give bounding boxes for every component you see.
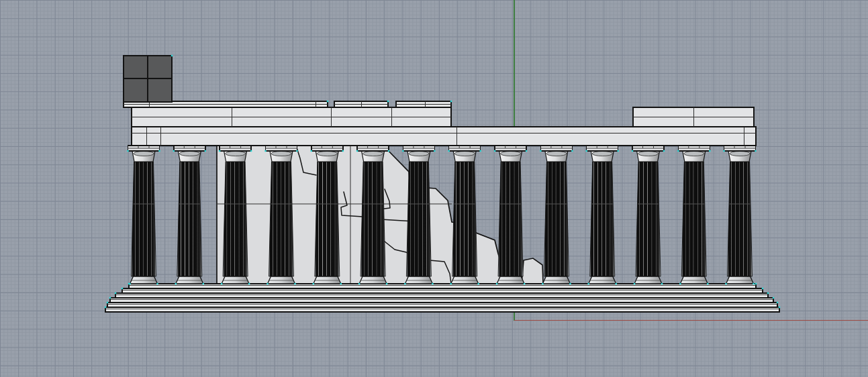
column-shaft[interactable] (132, 162, 156, 276)
grip-point (311, 150, 312, 152)
step[interactable] (115, 293, 768, 298)
doric-column[interactable] (632, 146, 665, 284)
column-base (268, 276, 295, 284)
grip-point (122, 288, 123, 289)
grip-point (127, 150, 128, 152)
grip-point (267, 283, 268, 284)
grip-point (296, 150, 297, 152)
grip-point (342, 150, 344, 152)
grip-point (773, 297, 774, 299)
grip-point (432, 283, 433, 284)
grip-point (588, 283, 589, 284)
doric-column[interactable] (173, 146, 206, 284)
grip-point (571, 150, 573, 152)
grip-point (402, 150, 403, 152)
temple-elevation-model[interactable] (0, 0, 868, 377)
echinus-annulet (638, 152, 659, 156)
column-shaft[interactable] (636, 162, 661, 276)
grip-point (434, 150, 435, 152)
grip-point (250, 150, 252, 152)
column-shaft[interactable] (406, 162, 431, 276)
column-base (680, 276, 708, 284)
echinus-annulet (730, 152, 750, 156)
wall-fragment[interactable] (522, 258, 543, 284)
grip-point (450, 283, 452, 284)
grip-point (173, 150, 175, 152)
column-base (634, 276, 662, 284)
grip-point (205, 150, 206, 152)
echinus-annulet (179, 152, 199, 156)
grip-point (723, 150, 724, 152)
entablature[interactable] (124, 101, 756, 146)
grip-point (616, 283, 617, 284)
column-shaft[interactable] (452, 162, 477, 276)
grip-point (248, 283, 250, 284)
grip-point (767, 292, 769, 294)
echinus-annulet (271, 152, 291, 156)
doric-column[interactable] (677, 146, 710, 284)
grip-point (171, 55, 173, 56)
echinus-annulet (684, 152, 704, 156)
column-base (359, 276, 387, 284)
grip-point (542, 283, 543, 284)
grip-point (777, 302, 778, 303)
column-base (222, 276, 249, 284)
column-shaft[interactable] (590, 162, 615, 276)
column-shaft[interactable] (360, 162, 385, 276)
column-shaft[interactable] (223, 162, 248, 276)
step[interactable] (122, 288, 763, 293)
column-shaft[interactable] (728, 162, 753, 276)
grip-point (313, 283, 314, 284)
column-base (589, 276, 616, 284)
grip-point (340, 283, 342, 284)
column-base (130, 276, 158, 284)
roof-cube[interactable] (124, 55, 173, 102)
doric-column[interactable] (540, 146, 573, 284)
echinus-annulet (226, 152, 246, 156)
column-shaft[interactable] (177, 162, 202, 276)
doric-column[interactable] (586, 146, 619, 284)
grip-point (569, 283, 571, 284)
grip-point (294, 283, 295, 284)
column-base (542, 276, 570, 284)
step[interactable] (110, 298, 773, 303)
grip-point (105, 307, 106, 308)
echinus-annulet (134, 152, 154, 156)
step[interactable] (107, 303, 777, 307)
grip-point (779, 307, 780, 308)
grip-point (109, 297, 111, 299)
echinus-annulet (317, 152, 337, 156)
grip-point (618, 150, 619, 152)
crepidoma-steps[interactable] (105, 283, 780, 312)
grip-point (755, 150, 756, 152)
grip-point (496, 283, 497, 284)
cad-viewport-grid[interactable] (0, 0, 868, 377)
column-shaft[interactable] (269, 162, 294, 276)
doric-column[interactable] (494, 146, 527, 284)
column-base (405, 276, 432, 284)
grip-point (107, 302, 108, 303)
grip-point (634, 283, 635, 284)
grip-point (526, 150, 527, 152)
column-shaft[interactable] (315, 162, 340, 276)
column-shaft[interactable] (681, 162, 706, 276)
grip-point (356, 150, 358, 152)
column-base (497, 276, 524, 284)
grip-point (264, 150, 266, 152)
grip-point (175, 283, 177, 284)
architrave-beam[interactable] (132, 127, 756, 146)
grip-point (709, 150, 710, 152)
echinus-annulet (546, 152, 567, 156)
grip-point (632, 150, 633, 152)
step[interactable] (105, 307, 779, 312)
column-base (726, 276, 754, 284)
grip-point (448, 150, 450, 152)
grip-point (524, 283, 525, 284)
column-shaft[interactable] (544, 162, 569, 276)
doric-column[interactable] (723, 146, 756, 284)
column-shaft[interactable] (498, 162, 523, 276)
grip-point (115, 292, 116, 294)
echinus-annulet (592, 152, 612, 156)
doric-column[interactable] (448, 146, 481, 284)
doric-column[interactable] (127, 146, 160, 284)
